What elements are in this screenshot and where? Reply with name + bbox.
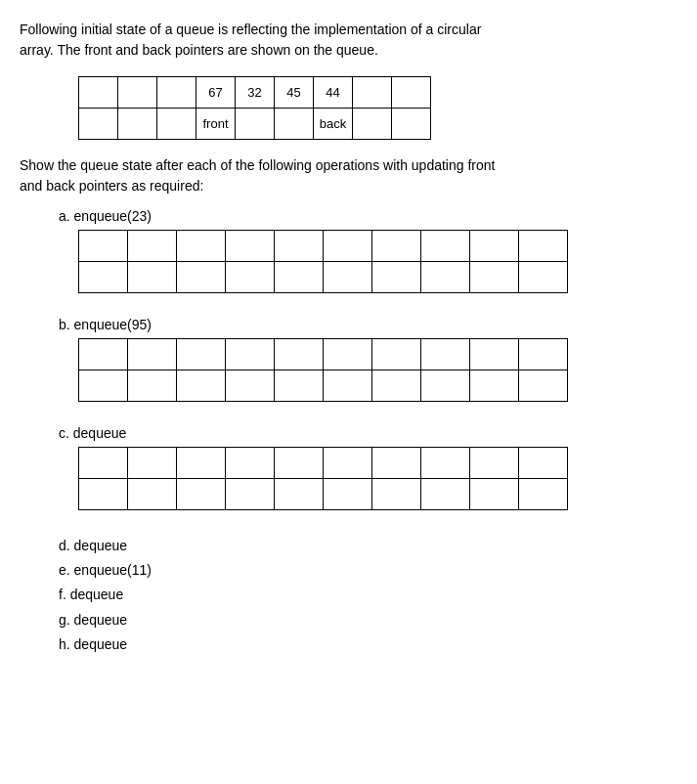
pointer-cell: [275, 479, 324, 510]
pointer-cell: [421, 370, 470, 402]
pointer-cell: [177, 262, 226, 293]
queue-cell: [79, 231, 128, 262]
queue-cell: [421, 339, 470, 370]
pointer-cell: back: [314, 109, 353, 140]
pointer-cell: [324, 479, 372, 510]
pointer-cell: [226, 370, 275, 402]
pointer-cell: [118, 109, 157, 140]
pointer-cell: [470, 262, 519, 293]
pointer-cell: [79, 262, 128, 293]
queue-cell: [372, 448, 421, 479]
queue-cell: [79, 448, 128, 479]
pointer-cell: [519, 479, 568, 510]
operation-label: b. enqueue(95): [59, 317, 677, 332]
queue-cell: 44: [314, 77, 353, 109]
operation-b: b. enqueue(95): [20, 317, 677, 402]
pointer-cell: [519, 262, 568, 293]
operation-label: a. enqueue(23): [59, 208, 677, 224]
pointer-cell: front: [196, 109, 236, 140]
queue-cell: [392, 77, 431, 109]
queue-cell: [275, 339, 324, 370]
pointer-cell: [275, 262, 324, 293]
queue-cell: [353, 77, 392, 109]
list-item: h. dequeue: [59, 632, 677, 657]
queue-cell: [177, 448, 226, 479]
queue-cell: [372, 231, 421, 262]
queue-cell: [79, 339, 128, 370]
pointer-cell: [421, 479, 470, 510]
operation-c: c. dequeue: [20, 425, 677, 510]
pointer-cell: [177, 479, 226, 510]
pointer-cell: [421, 262, 470, 293]
list-items-container: d. dequeuee. enqueue(11)f. dequeueg. deq…: [59, 534, 677, 657]
pointer-cell: [372, 370, 421, 402]
initial-queue-table: 67324544frontback: [78, 76, 431, 140]
list-item: g. dequeue: [59, 608, 677, 632]
queue-cell: [324, 231, 372, 262]
pointer-cell: [79, 370, 128, 402]
list-item: d. dequeue: [59, 534, 677, 558]
operation-table-wrapper: [78, 447, 677, 510]
pointer-cell: [519, 370, 568, 402]
queue-cell: [324, 339, 372, 370]
pointer-cell: [79, 479, 128, 510]
pointer-cell: [236, 109, 275, 140]
queue-cell: [421, 448, 470, 479]
pointer-cell: [226, 479, 275, 510]
pointer-cell: [392, 109, 431, 140]
queue-cell: 32: [236, 77, 275, 109]
pointer-cell: [157, 109, 196, 140]
operation-queue-table: [78, 338, 568, 402]
pointer-cell: [128, 370, 177, 402]
queue-cell: [226, 231, 275, 262]
operation-table-wrapper: [78, 338, 677, 402]
pointer-cell: [275, 370, 324, 402]
queue-cell: [226, 448, 275, 479]
queue-cell: 67: [196, 77, 236, 109]
pointer-cell: [324, 370, 372, 402]
queue-cell: 45: [275, 77, 314, 109]
operations-container: a. enqueue(23)b. enqueue(95)c. dequeue: [20, 208, 677, 510]
queue-cell: [519, 339, 568, 370]
queue-cell: [421, 231, 470, 262]
queue-cell: [470, 448, 519, 479]
queue-cell: [470, 339, 519, 370]
queue-cell: [79, 77, 118, 109]
queue-cell: [177, 231, 226, 262]
queue-cell: [275, 231, 324, 262]
pointer-cell: [470, 370, 519, 402]
queue-cell: [470, 231, 519, 262]
pointer-cell: [470, 479, 519, 510]
queue-cell: [519, 448, 568, 479]
list-item: f. dequeue: [59, 583, 677, 607]
pointer-cell: [226, 262, 275, 293]
list-item: e. enqueue(11): [59, 558, 677, 583]
show-text: Show the queue state after each of the f…: [20, 155, 677, 196]
queue-cell: [128, 448, 177, 479]
queue-cell: [157, 77, 196, 109]
pointer-cell: [353, 109, 392, 140]
queue-cell: [372, 339, 421, 370]
pointer-cell: [128, 479, 177, 510]
pointer-cell: [372, 262, 421, 293]
queue-cell: [275, 448, 324, 479]
queue-cell: [324, 448, 372, 479]
queue-cell: [226, 339, 275, 370]
queue-cell: [128, 231, 177, 262]
queue-cell: [118, 77, 157, 109]
pointer-cell: [275, 109, 314, 140]
operation-queue-table: [78, 447, 568, 510]
pointer-cell: [324, 262, 372, 293]
operation-a: a. enqueue(23): [20, 208, 677, 293]
queue-cell: [177, 339, 226, 370]
queue-cell: [519, 231, 568, 262]
pointer-cell: [79, 109, 118, 140]
pointer-cell: [372, 479, 421, 510]
initial-queue-wrapper: 67324544frontback: [78, 76, 677, 140]
operation-label: c. dequeue: [59, 425, 677, 441]
operation-queue-table: [78, 230, 568, 293]
pointer-cell: [128, 262, 177, 293]
operation-table-wrapper: [78, 230, 677, 293]
queue-cell: [128, 339, 177, 370]
pointer-cell: [177, 370, 226, 402]
